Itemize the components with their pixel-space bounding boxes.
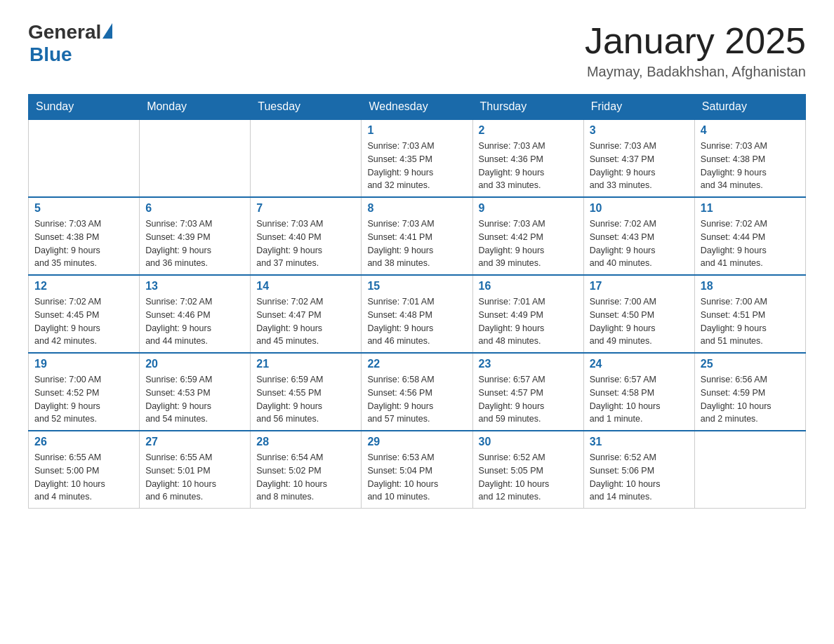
calendar-cell: 3Sunrise: 7:03 AM Sunset: 4:37 PM Daylig… — [583, 119, 694, 197]
day-number: 5 — [34, 202, 133, 215]
calendar-cell: 10Sunrise: 7:02 AM Sunset: 4:43 PM Dayli… — [583, 197, 694, 275]
day-number: 3 — [590, 124, 689, 137]
day-number: 4 — [701, 124, 800, 137]
day-number: 21 — [256, 358, 355, 370]
logo-general-text: General — [28, 21, 101, 43]
day-number: 22 — [367, 358, 466, 370]
day-number: 12 — [34, 280, 133, 293]
day-info: Sunrise: 7:03 AM Sunset: 4:42 PM Dayligh… — [479, 217, 578, 270]
day-number: 20 — [145, 358, 244, 370]
day-info: Sunrise: 7:03 AM Sunset: 4:38 PM Dayligh… — [34, 217, 133, 270]
day-info: Sunrise: 6:58 AM Sunset: 4:56 PM Dayligh… — [367, 373, 466, 426]
calendar-cell: 4Sunrise: 7:03 AM Sunset: 4:38 PM Daylig… — [694, 119, 805, 197]
calendar-cell: 14Sunrise: 7:02 AM Sunset: 4:47 PM Dayli… — [251, 275, 362, 353]
calendar-cell: 28Sunrise: 6:54 AM Sunset: 5:02 PM Dayli… — [251, 431, 362, 509]
day-number: 6 — [145, 202, 244, 215]
column-header-sunday: Sunday — [29, 95, 140, 120]
calendar-cell: 23Sunrise: 6:57 AM Sunset: 4:57 PM Dayli… — [472, 353, 583, 431]
calendar-cell: 15Sunrise: 7:01 AM Sunset: 4:48 PM Dayli… — [362, 275, 472, 353]
calendar-table: SundayMondayTuesdayWednesdayThursdayFrid… — [28, 94, 806, 509]
week-row-4: 19Sunrise: 7:00 AM Sunset: 4:52 PM Dayli… — [29, 353, 806, 431]
day-number: 25 — [701, 358, 800, 370]
day-info: Sunrise: 6:52 AM Sunset: 5:06 PM Dayligh… — [590, 451, 689, 504]
calendar-cell — [29, 119, 140, 197]
week-row-2: 5Sunrise: 7:03 AM Sunset: 4:38 PM Daylig… — [29, 197, 806, 275]
calendar-cell: 8Sunrise: 7:03 AM Sunset: 4:41 PM Daylig… — [362, 197, 472, 275]
day-number: 26 — [34, 436, 133, 448]
calendar-cell: 17Sunrise: 7:00 AM Sunset: 4:50 PM Dayli… — [583, 275, 694, 353]
calendar-cell: 5Sunrise: 7:03 AM Sunset: 4:38 PM Daylig… — [29, 197, 140, 275]
calendar-cell: 11Sunrise: 7:02 AM Sunset: 4:44 PM Dayli… — [694, 197, 805, 275]
day-number: 2 — [479, 124, 578, 137]
day-info: Sunrise: 6:53 AM Sunset: 5:04 PM Dayligh… — [367, 451, 466, 504]
day-info: Sunrise: 7:02 AM Sunset: 4:47 PM Dayligh… — [256, 295, 355, 348]
day-number: 16 — [479, 280, 578, 293]
location-subtitle: Maymay, Badakhshan, Afghanistan — [585, 64, 806, 80]
day-number: 17 — [590, 280, 689, 293]
day-info: Sunrise: 7:00 AM Sunset: 4:51 PM Dayligh… — [701, 295, 800, 348]
day-number: 28 — [256, 436, 355, 448]
day-number: 8 — [367, 202, 466, 215]
day-number: 19 — [34, 358, 133, 370]
calendar-cell: 31Sunrise: 6:52 AM Sunset: 5:06 PM Dayli… — [583, 431, 694, 509]
calendar-cell: 26Sunrise: 6:55 AM Sunset: 5:00 PM Dayli… — [29, 431, 140, 509]
day-number: 29 — [367, 436, 466, 448]
calendar-cell: 22Sunrise: 6:58 AM Sunset: 4:56 PM Dayli… — [362, 353, 472, 431]
day-info: Sunrise: 6:57 AM Sunset: 4:58 PM Dayligh… — [590, 373, 689, 426]
column-header-monday: Monday — [140, 95, 251, 120]
day-info: Sunrise: 7:02 AM Sunset: 4:45 PM Dayligh… — [34, 295, 133, 348]
calendar-cell: 18Sunrise: 7:00 AM Sunset: 4:51 PM Dayli… — [694, 275, 805, 353]
day-info: Sunrise: 7:03 AM Sunset: 4:37 PM Dayligh… — [590, 140, 689, 192]
calendar-cell: 27Sunrise: 6:55 AM Sunset: 5:01 PM Dayli… — [140, 431, 251, 509]
day-number: 10 — [590, 202, 689, 215]
calendar-cell: 12Sunrise: 7:02 AM Sunset: 4:45 PM Dayli… — [29, 275, 140, 353]
calendar-cell: 29Sunrise: 6:53 AM Sunset: 5:04 PM Dayli… — [362, 431, 472, 509]
title-block: January 2025 Maymay, Badakhshan, Afghani… — [585, 21, 806, 80]
calendar-cell: 7Sunrise: 7:03 AM Sunset: 4:40 PM Daylig… — [251, 197, 362, 275]
calendar-cell: 30Sunrise: 6:52 AM Sunset: 5:05 PM Dayli… — [472, 431, 583, 509]
calendar-cell: 1Sunrise: 7:03 AM Sunset: 4:35 PM Daylig… — [362, 119, 472, 197]
day-info: Sunrise: 6:59 AM Sunset: 4:53 PM Dayligh… — [145, 373, 244, 426]
calendar-cell: 20Sunrise: 6:59 AM Sunset: 4:53 PM Dayli… — [140, 353, 251, 431]
day-number: 15 — [367, 280, 466, 293]
calendar-cell — [251, 119, 362, 197]
calendar-cell: 21Sunrise: 6:59 AM Sunset: 4:55 PM Dayli… — [251, 353, 362, 431]
day-number: 13 — [145, 280, 244, 293]
day-info: Sunrise: 7:03 AM Sunset: 4:35 PM Dayligh… — [367, 140, 466, 192]
calendar-cell: 25Sunrise: 6:56 AM Sunset: 4:59 PM Dayli… — [694, 353, 805, 431]
column-header-saturday: Saturday — [694, 95, 805, 120]
day-info: Sunrise: 6:55 AM Sunset: 5:01 PM Dayligh… — [145, 451, 244, 504]
logo-triangle-icon — [102, 23, 112, 39]
logo: General Blue — [28, 21, 112, 66]
calendar-cell: 6Sunrise: 7:03 AM Sunset: 4:39 PM Daylig… — [140, 197, 251, 275]
logo-blue-text: Blue — [29, 43, 72, 66]
day-number: 9 — [479, 202, 578, 215]
calendar-cell — [694, 431, 805, 509]
day-number: 11 — [701, 202, 800, 215]
day-info: Sunrise: 7:02 AM Sunset: 4:43 PM Dayligh… — [590, 217, 689, 270]
day-info: Sunrise: 7:03 AM Sunset: 4:36 PM Dayligh… — [479, 140, 578, 192]
page-header: General Blue January 2025 Maymay, Badakh… — [28, 21, 806, 80]
calendar-cell: 2Sunrise: 7:03 AM Sunset: 4:36 PM Daylig… — [472, 119, 583, 197]
day-number: 18 — [701, 280, 800, 293]
day-number: 24 — [590, 358, 689, 370]
day-info: Sunrise: 7:03 AM Sunset: 4:40 PM Dayligh… — [256, 217, 355, 270]
day-info: Sunrise: 6:57 AM Sunset: 4:57 PM Dayligh… — [479, 373, 578, 426]
day-info: Sunrise: 7:01 AM Sunset: 4:49 PM Dayligh… — [479, 295, 578, 348]
day-number: 31 — [590, 436, 689, 448]
calendar-cell — [140, 119, 251, 197]
day-info: Sunrise: 7:03 AM Sunset: 4:38 PM Dayligh… — [701, 140, 800, 192]
day-info: Sunrise: 7:00 AM Sunset: 4:52 PM Dayligh… — [34, 373, 133, 426]
column-header-thursday: Thursday — [472, 95, 583, 120]
day-info: Sunrise: 6:59 AM Sunset: 4:55 PM Dayligh… — [256, 373, 355, 426]
day-number: 1 — [367, 124, 466, 137]
day-info: Sunrise: 7:01 AM Sunset: 4:48 PM Dayligh… — [367, 295, 466, 348]
calendar-header-row: SundayMondayTuesdayWednesdayThursdayFrid… — [29, 95, 806, 120]
calendar-cell: 19Sunrise: 7:00 AM Sunset: 4:52 PM Dayli… — [29, 353, 140, 431]
day-info: Sunrise: 6:52 AM Sunset: 5:05 PM Dayligh… — [479, 451, 578, 504]
day-number: 23 — [479, 358, 578, 370]
week-row-3: 12Sunrise: 7:02 AM Sunset: 4:45 PM Dayli… — [29, 275, 806, 353]
day-info: Sunrise: 6:55 AM Sunset: 5:00 PM Dayligh… — [34, 451, 133, 504]
day-info: Sunrise: 7:02 AM Sunset: 4:46 PM Dayligh… — [145, 295, 244, 348]
calendar-cell: 24Sunrise: 6:57 AM Sunset: 4:58 PM Dayli… — [583, 353, 694, 431]
